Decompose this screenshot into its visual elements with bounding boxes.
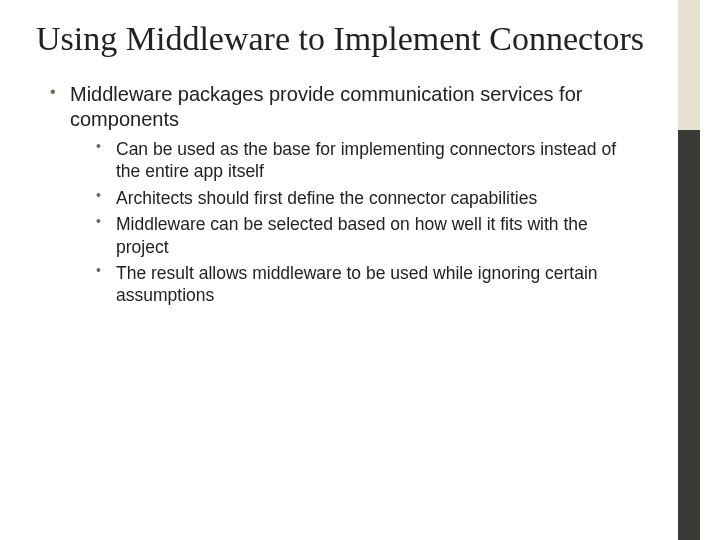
bullet-sub-item: Can be used as the base for implementing… [96, 138, 636, 183]
slide-title: Using Middleware to Implement Connectors [36, 20, 680, 58]
bullet-sub-item: Middleware can be selected based on how … [96, 213, 636, 258]
bullet-sub-item: The result allows middleware to be used … [96, 262, 636, 307]
accent-bar-bottom [678, 130, 700, 540]
slide-container: Using Middleware to Implement Connectors… [0, 0, 720, 540]
accent-bar [678, 0, 700, 540]
bullet-list-level1: Middleware packages provide communicatio… [36, 82, 636, 307]
bullet-item: Middleware packages provide communicatio… [50, 82, 636, 307]
bullet-text: Middleware packages provide communicatio… [70, 83, 582, 130]
bullet-sub-item: Architects should first define the conne… [96, 187, 636, 209]
accent-bar-top [678, 0, 700, 130]
bullet-list-level2: Can be used as the base for implementing… [70, 138, 636, 307]
